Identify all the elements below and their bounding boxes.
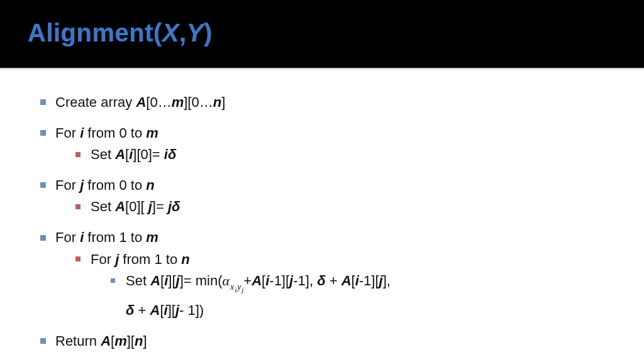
text: Set — [91, 146, 115, 162]
inner-list: Set A[i][0]= iδ — [73, 144, 606, 165]
title-x: X — [162, 19, 179, 47]
text: For — [55, 177, 80, 193]
text: ][0… — [184, 94, 213, 110]
text: For — [55, 229, 80, 245]
title-comma: , — [179, 19, 187, 47]
text: Set — [126, 273, 150, 288]
title-rparen: ) — [204, 19, 213, 47]
var-n: n — [135, 333, 143, 349]
var-a: A — [150, 273, 160, 288]
var-a: A — [101, 333, 111, 349]
text: For — [91, 251, 115, 267]
text: -1], — [293, 273, 317, 288]
text: Return — [55, 333, 101, 349]
sub-y: y — [237, 282, 241, 292]
text: For — [55, 125, 80, 141]
var-delta: δ — [168, 146, 176, 162]
var-a: A — [341, 273, 352, 288]
line-set-a-i-0: Set A[i][0]= iδ — [73, 144, 606, 165]
slide-title: Alignment(X,Y) — [28, 19, 616, 47]
text: from 0 to — [84, 177, 146, 193]
text: ] — [143, 333, 147, 349]
line-for-i-base: For i from 0 to m Set A[i][0]= iδ — [38, 123, 606, 165]
var-n: n — [146, 177, 154, 193]
text: Create array — [55, 94, 136, 110]
text: + — [134, 302, 150, 318]
text: - 1]) — [179, 302, 204, 318]
var-n: n — [181, 251, 189, 267]
text: ]= — [152, 199, 168, 214]
inner-list: Set A[0][ j]= jδ — [73, 196, 606, 217]
algo-list: Create array A[0…m][0…n] For i from 0 to… — [38, 92, 606, 352]
sub-x: x — [230, 282, 234, 292]
slide: Alignment(X,Y) Create array A[0…m][0…n] … — [0, 0, 644, 362]
text: [0][ — [125, 199, 148, 214]
line-set-a-0-j: Set A[0][ j]= jδ — [73, 196, 606, 217]
inner-list: For j from 1 to n Set A[i][j]= min(αxiyj… — [73, 249, 606, 322]
text: from 1 to — [119, 251, 181, 267]
text: ]= min( — [180, 273, 223, 288]
slide-body: Create array A[0…m][0…n] For i from 0 to… — [0, 69, 644, 352]
var-delta: δ — [317, 273, 325, 288]
line-for-j-base: For j from 0 to n Set A[0][ j]= jδ — [38, 175, 606, 217]
text: ], — [383, 273, 391, 288]
var-a: A — [136, 94, 146, 110]
line-recurrence: Set A[i][j]= min(αxiyj+A[i-1][j-1], δ + … — [108, 270, 606, 322]
var-alpha: α — [223, 273, 230, 288]
title-lparen: ( — [153, 19, 162, 47]
inner-list: Set A[i][j]= min(αxiyj+A[i-1][j-1], δ + … — [108, 270, 606, 322]
line-for-j-main: For j from 1 to n Set A[i][j]= min(αxiyj… — [73, 249, 606, 322]
text: ][ — [127, 333, 135, 349]
text: -1][ — [269, 273, 289, 288]
sub-j: j — [242, 286, 243, 293]
title-bar: Alignment(X,Y) — [0, 0, 644, 68]
text: + — [326, 273, 341, 288]
var-m: m — [172, 94, 184, 110]
text: ][ — [168, 302, 175, 318]
text: -1][ — [359, 273, 379, 288]
line-recurrence-cont: δ + A[i][j- 1]) — [126, 300, 606, 321]
line-create-array: Create array A[0…m][0…n] — [38, 92, 606, 113]
title-fn: Alignment — [28, 19, 153, 47]
text: ][ — [168, 273, 175, 288]
var-a: A — [150, 302, 160, 318]
sub-i: i — [235, 286, 236, 293]
text: from 1 to — [84, 229, 146, 245]
text: ] — [221, 94, 225, 110]
var-m: m — [146, 229, 158, 245]
var-m: m — [146, 125, 158, 141]
text: Set — [91, 199, 115, 214]
title-y: Y — [187, 19, 204, 47]
text: from 0 to — [84, 125, 146, 141]
text: [0… — [146, 94, 171, 110]
var-a: A — [115, 199, 125, 214]
var-a: A — [115, 146, 125, 162]
var-delta: δ — [172, 199, 180, 214]
text: + — [243, 273, 252, 288]
var-delta: δ — [126, 302, 134, 318]
var-a: A — [252, 273, 262, 288]
text: ][0]= — [133, 146, 164, 162]
line-for-i-main: For i from 1 to m For j from 1 to n Set … — [38, 227, 606, 321]
line-return: Return A[m][n] — [38, 331, 606, 352]
var-n: n — [213, 94, 221, 110]
var-m: m — [114, 333, 127, 349]
